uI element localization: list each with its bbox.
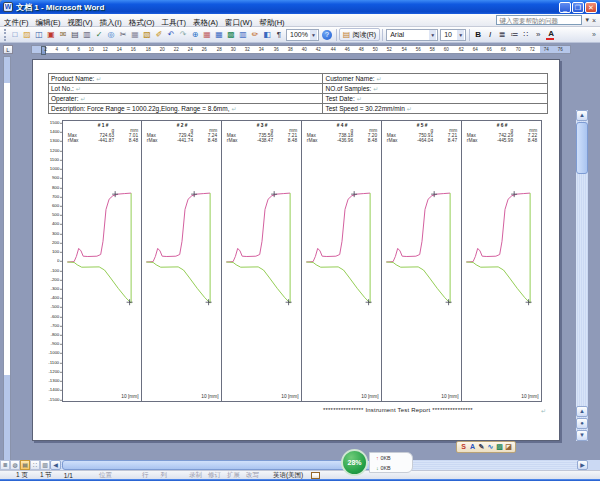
menu-item[interactable]: 编辑(E) <box>36 18 61 27</box>
zoom-select[interactable]: 100% ▼ <box>286 29 319 41</box>
undo-icon[interactable]: ↶ <box>165 28 177 41</box>
outline-view-button[interactable]: ∷ <box>30 460 40 470</box>
web-layout-view-button[interactable]: ◍ <box>10 460 20 470</box>
help-question-input[interactable] <box>496 15 582 25</box>
spelling-status-icon[interactable] <box>311 472 320 479</box>
eraser-icon[interactable]: ◪ <box>504 442 513 452</box>
stamp-icon[interactable]: S <box>459 442 468 452</box>
format-painter-icon[interactable]: ✐ <box>153 28 165 41</box>
bold-icon[interactable]: B <box>472 28 484 41</box>
normal-view-button[interactable]: ≣ <box>0 460 10 470</box>
permission-icon[interactable]: ▣ <box>45 28 57 41</box>
separator <box>336 29 337 41</box>
font-size-select[interactable]: 10 ▼ <box>440 29 466 41</box>
print-layout-view-button[interactable]: ▤ <box>20 460 30 470</box>
hyperlink-icon[interactable]: ⊕ <box>189 28 201 41</box>
menu-item[interactable]: 工具(T) <box>162 18 187 27</box>
document-close-icon[interactable]: × <box>592 17 596 24</box>
new-document-icon[interactable]: □ <box>9 28 21 41</box>
menu-item[interactable]: 窗口(W) <box>225 18 252 27</box>
numbering-icon[interactable]: ≔ <box>508 28 520 41</box>
menu-item[interactable]: 表格(A) <box>193 18 218 27</box>
columns-icon[interactable]: ▥ <box>237 28 249 41</box>
paste-icon[interactable]: ▧ <box>141 28 153 41</box>
cell-left[interactable]: Operater:↵ <box>49 94 323 104</box>
accelerator-ball[interactable]: 28% <box>341 449 368 476</box>
read-mode-button[interactable]: ▤ 阅读(R) <box>339 28 380 41</box>
scroll-up-button[interactable]: ▲ <box>576 110 588 121</box>
vertical-ruler[interactable] <box>3 56 11 461</box>
force-elongation-curve <box>222 121 302 403</box>
open-folder-icon[interactable]: ▨ <box>21 28 33 41</box>
vertical-scrollbar[interactable]: ▲ ▲ ● ▼ <box>576 110 588 441</box>
email-icon[interactable]: ✉ <box>57 28 69 41</box>
chevron-down-icon[interactable]: ▾ <box>585 16 589 24</box>
ruler-number: 18 <box>145 46 150 53</box>
next-page-button[interactable]: ▼ <box>576 430 588 441</box>
tables-borders-icon[interactable]: ▦ <box>201 28 213 41</box>
restore-button[interactable]: ❐ <box>572 2 584 13</box>
previous-page-button[interactable]: ▲ <box>576 406 588 417</box>
pen-icon[interactable]: ✎ <box>477 442 486 452</box>
print-icon[interactable]: ▤ <box>69 28 81 41</box>
menu-item[interactable]: 视图(V) <box>68 18 93 27</box>
scroll-left-button[interactable]: ◀ <box>50 460 61 470</box>
horizontal-ruler[interactable]: L 24681012141618202224262830323436384042… <box>0 44 588 55</box>
chevron-down-icon[interactable]: ▼ <box>310 30 317 40</box>
indent-icon[interactable]: » <box>532 28 544 41</box>
menu-item[interactable]: 插入(I) <box>100 18 122 27</box>
tab-selector[interactable]: L <box>3 45 13 54</box>
font-color-button[interactable]: A <box>544 28 558 41</box>
save-icon[interactable]: ◫ <box>33 28 45 41</box>
insert-excel-icon[interactable]: ▩ <box>225 28 237 41</box>
cut-icon[interactable]: ✂ <box>117 28 129 41</box>
italic-icon[interactable]: I <box>484 28 496 41</box>
horizontal-scrollbar[interactable]: ≣◍▤∷▥ ◀ ▶ <box>0 460 600 470</box>
vertical-scroll-thumb[interactable] <box>576 122 588 174</box>
scroll-right-button[interactable]: ▶ <box>577 460 588 470</box>
font-select[interactable]: Arial ▼ <box>386 29 438 41</box>
toolbar-options-icon[interactable]: » <box>592 31 598 38</box>
show-hide-icon[interactable]: ¶ <box>273 28 285 41</box>
redo-icon[interactable]: ↷ <box>177 28 189 41</box>
scribble-icon[interactable]: ∿ <box>486 442 495 452</box>
reading-layout-view-button[interactable]: ▥ <box>40 460 50 470</box>
drawing-icon[interactable]: ✏ <box>249 28 261 41</box>
close-button[interactable]: ✕ <box>585 2 597 13</box>
toolbar-grip[interactable] <box>4 29 7 41</box>
cell-left[interactable]: Description: Force Range = 1000.22g,Elon… <box>49 104 323 114</box>
insert-table-icon[interactable]: ▦ <box>213 28 225 41</box>
cell-right[interactable]: NO.of Samples:↵ <box>323 84 548 94</box>
help-icon[interactable]: ? <box>322 30 332 40</box>
research-icon[interactable]: ◎ <box>105 28 117 41</box>
y-axis-label: 1000 <box>50 167 62 171</box>
highlighter-icon[interactable]: ▨ <box>495 442 504 452</box>
rmax-g-value: -445.99 <box>478 138 513 143</box>
font-size-value: 10 <box>444 31 455 38</box>
chevron-down-icon[interactable]: ▼ <box>457 30 464 40</box>
menu-item[interactable]: 文件(F) <box>4 18 29 27</box>
menu-item[interactable]: 格式(O) <box>129 18 155 27</box>
force-elongation-curve <box>462 121 542 403</box>
spelling-icon[interactable]: ✓ <box>93 28 105 41</box>
report-header-table[interactable]: Product Name:↵Customer Name:↵Lot No.:↵NO… <box>48 73 548 114</box>
cell-right[interactable]: Customer Name:↵ <box>323 74 548 84</box>
chevron-down-icon[interactable]: ▼ <box>429 30 436 40</box>
cell-right[interactable]: Test Date:↵ <box>323 94 548 104</box>
cell-left[interactable]: Product Name:↵ <box>49 74 323 84</box>
align-icon[interactable]: ≣ <box>496 28 508 41</box>
copy-icon[interactable]: ▦ <box>129 28 141 41</box>
x-axis-label: 10 [mm] <box>362 394 379 399</box>
font-a-icon[interactable]: A <box>468 442 477 452</box>
document-map-icon[interactable]: ◧ <box>261 28 273 41</box>
cell-left[interactable]: Lot No.:↵ <box>49 84 323 94</box>
minimize-button[interactable]: _ <box>559 2 571 13</box>
bullets-icon[interactable]: ∷ <box>520 28 532 41</box>
document-page[interactable]: Product Name:↵Customer Name:↵Lot No.:↵NO… <box>32 59 560 441</box>
print-preview-icon[interactable]: ▥ <box>81 28 93 41</box>
browse-object-button[interactable]: ● <box>576 418 588 429</box>
separator <box>469 29 470 41</box>
cell-right[interactable]: Test Speed = 30.22mm/min↵ <box>323 104 548 114</box>
ruler-bar[interactable]: 2468101214161820222426283032343638404244… <box>31 45 571 54</box>
menu-item[interactable]: 帮助(H) <box>259 18 284 27</box>
